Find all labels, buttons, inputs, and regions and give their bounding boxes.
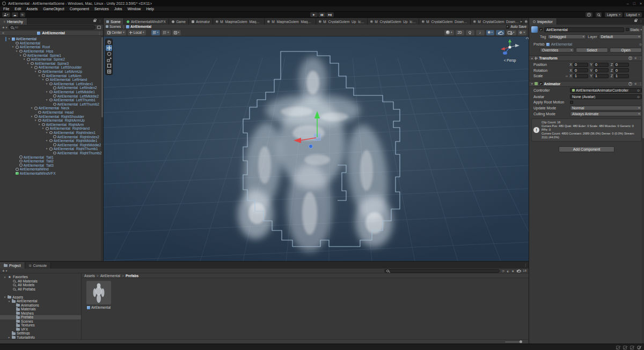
project-tree-item[interactable]: ▸ TutorialInfo: [0, 336, 81, 340]
transform-component-header[interactable]: ▾ Transform ? ≡ ⋮: [529, 55, 644, 61]
version-control-button[interactable]: ⇆: [20, 12, 25, 17]
hierarchy-item[interactable]: AirElemental_Tail2: [0, 159, 103, 163]
menu-item[interactable]: Jobs: [114, 7, 122, 11]
help-icon[interactable]: ?: [628, 56, 632, 60]
x-value-field[interactable]: 0: [573, 68, 588, 72]
play-button[interactable]: ▶: [310, 12, 318, 17]
orientation-gizmo[interactable]: < Persp: [497, 39, 522, 62]
expand-arrow-icon[interactable]: ▾: [45, 139, 48, 142]
menu-item[interactable]: Help: [146, 7, 153, 11]
audio-toggle[interactable]: ♪: [476, 30, 485, 35]
hierarchy-item[interactable]: AirElemental_LeftThumb2: [0, 102, 103, 107]
expand-arrow-icon[interactable]: ▾: [45, 83, 48, 85]
expand-arrow-icon[interactable]: ▾: [3, 295, 6, 299]
hidden-count-icon[interactable]: [517, 270, 520, 272]
hierarchy-item[interactable]: AirElemental: [0, 41, 103, 46]
layers-dropdown[interactable]: Layers ▾: [605, 12, 623, 17]
preset-icon[interactable]: ≡: [634, 82, 636, 86]
expand-arrow-icon[interactable]: ▾: [41, 127, 45, 130]
tab-overflow-icon[interactable]: ▸: [521, 19, 522, 23]
expand-arrow-icon[interactable]: ▾: [45, 99, 48, 101]
step-button[interactable]: ▶▮: [326, 12, 334, 17]
cloud-button[interactable]: ☁: [12, 12, 18, 17]
tab-inspector[interactable]: Inspector: [529, 18, 557, 25]
kebab-menu-icon[interactable]: ⋮: [98, 19, 101, 23]
scene-tab[interactable]: Animator: [189, 18, 213, 25]
menu-item[interactable]: Component: [70, 7, 89, 11]
prefab-asset-name[interactable]: AirElemental: [551, 42, 573, 46]
hierarchy-item[interactable]: ▾ AirElemental_RightMiddle1: [0, 139, 103, 143]
hierarchy-item[interactable]: ▾ AirElemental_Neck: [0, 106, 103, 110]
hierarchy-item[interactable]: ▾ AirElemental_Spine1: [0, 53, 103, 57]
undo-history-button[interactable]: [586, 12, 592, 17]
scene-tab[interactable]: M_CrystalGolem_Down_Ic...: [419, 18, 471, 25]
z-value-field[interactable]: 1: [614, 74, 629, 78]
active-checkbox[interactable]: ✓: [539, 28, 543, 31]
kebab-menu-icon[interactable]: ⋮: [524, 19, 528, 23]
scene-tab[interactable]: M_CrystalGolem_Up_Ice_...: [368, 18, 419, 25]
progress-icon[interactable]: [637, 346, 641, 349]
create-button[interactable]: +▾: [2, 25, 7, 30]
hierarchy-item[interactable]: ▾ AirElemental_RightArmUp: [0, 118, 103, 123]
expand-arrow-icon[interactable]: ▾: [26, 62, 30, 65]
hierarchy-search-box[interactable]: [9, 25, 96, 29]
hierarchy-item[interactable]: AirElemental_Tail3: [0, 163, 103, 167]
hierarchy-item[interactable]: ▾ AirElemental_Spine2: [0, 57, 103, 62]
perspective-label[interactable]: < Persp: [497, 58, 522, 62]
project-tree-item[interactable]: [0, 291, 81, 295]
rect-tool-button[interactable]: [106, 63, 112, 69]
project-tree-item[interactable]: Textures: [0, 323, 81, 327]
scene-tab[interactable]: Scene: [104, 18, 124, 25]
hierarchy-item[interactable]: ▾ AirElemental_Root: [0, 45, 103, 49]
expand-arrow-icon[interactable]: ▾: [34, 70, 37, 73]
hierarchy-item[interactable]: AirElemental_Tail1: [0, 155, 103, 159]
kebab-menu-icon[interactable]: ⋮: [639, 19, 642, 23]
preset-icon[interactable]: ≡: [634, 56, 636, 60]
scene-tab[interactable]: M_MagmaGolem_Magma...: [213, 18, 265, 25]
open-button[interactable]: Open: [610, 48, 642, 53]
hierarchy-search-input[interactable]: [14, 26, 93, 29]
orientation-dropdown[interactable]: Local ▾: [128, 30, 146, 35]
expand-arrow-icon[interactable]: ▾: [30, 115, 33, 118]
y-value-field[interactable]: 1: [594, 74, 609, 78]
hierarchy-item[interactable]: ▾ AirElemental_LeftHand: [0, 78, 103, 82]
project-tree-item[interactable]: Scenes: [0, 319, 81, 324]
overrides-dropdown[interactable]: Overrides▾: [540, 48, 574, 53]
lighting-toggle[interactable]: [466, 30, 474, 35]
x-value-field[interactable]: 1: [573, 74, 588, 78]
help-icon[interactable]: ?: [628, 82, 632, 86]
draw-mode-dropdown[interactable]: ▾: [444, 30, 454, 35]
tag-dropdown[interactable]: Untagged▾: [547, 34, 586, 39]
hierarchy-item[interactable]: ▾ AirElemental_RightArm: [0, 122, 103, 126]
breadcrumb-prefabs[interactable]: Prefabs: [126, 274, 138, 278]
expand-arrow-icon[interactable]: ▾: [8, 38, 11, 40]
hierarchy-item[interactable]: ▾ AirElemental_LeftIndex1: [0, 82, 103, 86]
grid-snap-dropdown[interactable]: ▾: [151, 30, 160, 35]
expand-arrow-icon[interactable]: ▾: [38, 123, 41, 126]
lock-icon[interactable]: [634, 20, 637, 22]
rotate-tool-button[interactable]: [106, 51, 112, 57]
auto-save-checkbox[interactable]: ✓: [506, 25, 509, 28]
increment-snap-dropdown[interactable]: ▾: [162, 30, 171, 35]
scene-tab[interactable]: Game: [169, 18, 189, 25]
hierarchy-item[interactable]: ▾ AirElemental_RightHand: [0, 126, 103, 131]
lock-icon[interactable]: [93, 20, 96, 22]
menu-item[interactable]: Edit: [14, 7, 21, 11]
expand-arrow-icon[interactable]: ▾: [3, 275, 6, 279]
menu-item[interactable]: Window: [128, 7, 141, 11]
menu-item[interactable]: GameObject: [43, 7, 64, 11]
expand-arrow-icon[interactable]: ▾: [531, 82, 533, 85]
kebab-menu-icon[interactable]: ⋮: [524, 263, 527, 266]
layout-dropdown[interactable]: Layout ▾: [624, 12, 642, 17]
scene-tab[interactable]: AirElementalWindVFX: [124, 18, 169, 25]
culling-mode-dropdown[interactable]: Always Animate▾: [570, 111, 642, 116]
tool-settings-dropdown[interactable]: ▾: [172, 30, 181, 35]
project-tree-item[interactable]: Settings: [0, 331, 81, 336]
project-tree-item[interactable]: Animations: [0, 303, 81, 308]
hierarchy-item[interactable]: AirElemental_RightIndex2: [0, 135, 103, 139]
move-tool-button[interactable]: [106, 45, 112, 51]
expand-arrow-icon[interactable]: ▾: [531, 57, 533, 60]
search-by-label-icon[interactable]: ⬖: [507, 269, 509, 273]
search-by-type-icon[interactable]: ⟳: [502, 269, 504, 273]
account-button[interactable]: ▾: [2, 12, 10, 17]
